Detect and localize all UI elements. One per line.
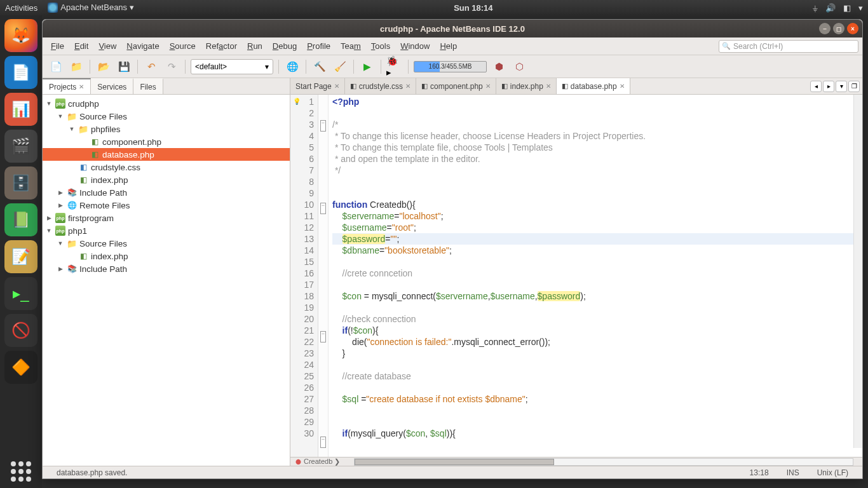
clean-build-button[interactable]: 🧹: [332, 58, 348, 75]
new-file-button[interactable]: 📄: [48, 58, 64, 75]
twisty-icon[interactable]: ▶: [57, 266, 64, 272]
tree-item-database-php[interactable]: database.php: [43, 148, 290, 161]
quick-search-input[interactable]: Search (Ctrl+I): [719, 40, 858, 53]
memory-indicator[interactable]: 160.3/455.5MB: [414, 61, 487, 72]
fold-toggle[interactable]: −: [320, 437, 326, 448]
editor-tab-component-php[interactable]: ◧component.php✕: [416, 78, 496, 94]
status-line-ending[interactable]: Unix (LF): [817, 468, 848, 477]
maximize-button[interactable]: ◻: [833, 23, 844, 34]
launcher-calc[interactable]: 📗: [4, 203, 37, 236]
show-applications-icon[interactable]: [11, 461, 31, 482]
undo-button[interactable]: ↶: [143, 58, 159, 75]
twisty-icon[interactable]: ▶: [45, 215, 53, 221]
menu-help[interactable]: Help: [435, 39, 461, 53]
code-viewport[interactable]: <?php /* * To change this license header…: [329, 95, 862, 457]
launcher-impress[interactable]: 📊: [4, 93, 37, 126]
editor-tab-index-php[interactable]: ◧index.php✕: [496, 78, 557, 94]
editor-tab-database-php[interactable]: ◧database.php✕: [557, 78, 630, 94]
tree-item-include-path[interactable]: ▶Include Path: [43, 186, 290, 199]
editor-body[interactable]: 1234567891011121314151617181920212223242…: [290, 95, 862, 457]
tree-item-phpfiles[interactable]: ▼phpfiles: [43, 123, 290, 135]
tree-item-source-files[interactable]: ▼Source Files: [43, 237, 290, 250]
tree-item-php1[interactable]: ▼php1: [43, 224, 290, 237]
launcher-writer[interactable]: 📄: [4, 56, 37, 89]
profile-button[interactable]: ⬢: [491, 58, 507, 75]
menu-navigate[interactable]: Navigate: [122, 39, 163, 53]
launcher-texteditor[interactable]: 📝: [4, 240, 37, 273]
fold-toggle[interactable]: −: [320, 120, 326, 132]
tab-files[interactable]: Files: [133, 78, 163, 94]
battery-icon[interactable]: ◧: [843, 3, 851, 13]
close-button[interactable]: ×: [847, 23, 858, 34]
volume-icon[interactable]: 🔊: [825, 3, 836, 13]
tree-item-crudphp[interactable]: ▼crudphp: [43, 97, 290, 110]
twisty-icon[interactable]: ▼: [57, 113, 64, 119]
close-icon[interactable]: ✕: [546, 83, 551, 90]
tree-item-component-php[interactable]: component.php: [43, 135, 290, 148]
debug-button[interactable]: 🐞▸: [386, 58, 403, 75]
launcher-firefox[interactable]: 🦊: [4, 19, 37, 52]
project-tree[interactable]: ▼crudphp▼Source Files▼phpfilescomponent.…: [43, 95, 290, 466]
tree-item-index-php[interactable]: index.php: [43, 250, 290, 262]
config-combo[interactable]: <default>▾: [191, 59, 273, 74]
desktop-clock[interactable]: Sun 18:14: [134, 3, 813, 13]
close-icon[interactable]: ✕: [485, 83, 491, 90]
close-icon[interactable]: ✕: [79, 83, 84, 90]
launcher-terminal[interactable]: ▸_: [4, 277, 37, 310]
menu-window[interactable]: Window: [396, 39, 434, 53]
menu-tools[interactable]: Tools: [367, 39, 395, 53]
tree-item-crudstyle-css[interactable]: crudstyle.css: [43, 161, 290, 173]
breadcrumb[interactable]: Createdb ❯: [290, 458, 345, 466]
twisty-icon[interactable]: ▼: [68, 126, 76, 132]
window-titlebar[interactable]: crudphp - Apache NetBeans IDE 12.0 – ◻ ×: [43, 20, 862, 37]
close-icon[interactable]: ✕: [405, 83, 410, 90]
menu-file[interactable]: File: [46, 39, 69, 53]
launcher-blocked[interactable]: 🚫: [4, 314, 37, 347]
menu-refactor[interactable]: Refactor: [201, 39, 241, 53]
run-button[interactable]: ▶: [359, 58, 376, 75]
line-number-gutter[interactable]: 1234567891011121314151617181920212223242…: [290, 95, 318, 457]
close-icon[interactable]: ✕: [620, 83, 625, 90]
tree-item-index-php[interactable]: index.php: [43, 173, 290, 186]
tab-prev-button[interactable]: ◂: [810, 81, 822, 92]
close-icon[interactable]: ✕: [334, 83, 339, 90]
redo-button[interactable]: ↷: [163, 58, 180, 75]
tab-maximize-button[interactable]: ❐: [848, 81, 860, 92]
new-project-button[interactable]: 📁: [68, 58, 85, 75]
save-all-button[interactable]: 💾: [116, 58, 132, 75]
network-icon[interactable]: ⏚: [813, 3, 818, 13]
tree-item-source-files[interactable]: ▼Source Files: [43, 110, 290, 123]
twisty-icon[interactable]: ▼: [45, 100, 53, 107]
status-insert-mode[interactable]: INS: [787, 468, 799, 477]
tab-services[interactable]: Services: [91, 78, 133, 94]
twisty-icon[interactable]: ▶: [57, 202, 64, 208]
twisty-icon[interactable]: ▼: [57, 240, 64, 247]
fold-toggle[interactable]: −: [320, 331, 326, 342]
vertical-scrollbar[interactable]: [853, 95, 862, 448]
menu-profile[interactable]: Profile: [302, 39, 335, 53]
twisty-icon[interactable]: ▼: [45, 227, 53, 234]
minimize-button[interactable]: –: [819, 23, 831, 34]
tab-list-button[interactable]: ▾: [836, 81, 847, 92]
activities-button[interactable]: Activities: [5, 3, 37, 13]
menu-run[interactable]: Run: [243, 39, 267, 53]
build-button[interactable]: 🔨: [311, 58, 328, 75]
menu-view[interactable]: View: [94, 39, 121, 53]
menu-source[interactable]: Source: [165, 39, 200, 53]
editor-tab-crudstyle-css[interactable]: ◧crudstyle.css✕: [345, 78, 416, 94]
twisty-icon[interactable]: ▶: [57, 189, 64, 196]
tab-next-button[interactable]: ▸: [823, 81, 834, 92]
tree-item-remote-files[interactable]: ▶Remote Files: [43, 199, 290, 212]
open-project-button[interactable]: 📂: [95, 58, 112, 75]
profile-attach-button[interactable]: ⬡: [511, 58, 527, 75]
fold-column[interactable]: −−−−: [318, 95, 329, 457]
menu-edit[interactable]: Edit: [70, 39, 93, 53]
system-menu-icon[interactable]: ▾: [858, 3, 863, 13]
tree-item-include-path[interactable]: ▶Include Path: [43, 262, 290, 275]
tab-projects[interactable]: Projects✕: [43, 78, 91, 94]
browser-icon[interactable]: 🌐: [284, 58, 301, 75]
fold-toggle[interactable]: −: [320, 203, 326, 214]
launcher-video[interactable]: 🎬: [4, 130, 37, 163]
menu-team[interactable]: Team: [336, 39, 365, 53]
menu-debug[interactable]: Debug: [268, 39, 301, 53]
